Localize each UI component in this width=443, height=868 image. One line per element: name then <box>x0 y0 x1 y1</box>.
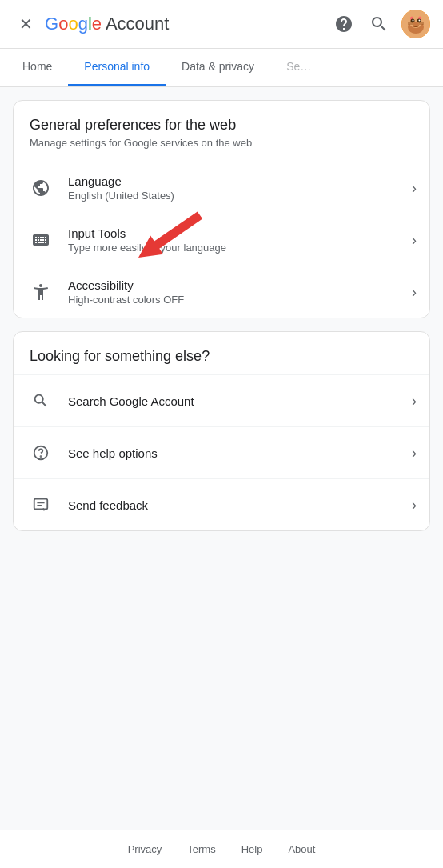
send-feedback-text: Send feedback <box>68 498 399 512</box>
language-item[interactable]: Language English (United States) › <box>14 162 429 214</box>
svg-rect-18 <box>34 499 48 510</box>
search-account-item[interactable]: Search Google Account › <box>14 374 429 426</box>
send-feedback-chevron: › <box>412 497 417 514</box>
accessibility-icon <box>26 278 55 306</box>
footer-help-link[interactable]: Help <box>241 843 263 855</box>
svg-point-17 <box>41 456 42 457</box>
search-account-text: Search Google Account <box>68 394 399 408</box>
svg-point-11 <box>413 22 419 26</box>
see-help-chevron: › <box>412 445 417 462</box>
general-preferences-title: General preferences for the web <box>14 101 429 137</box>
language-desc: English (United States) <box>68 190 399 202</box>
tab-home[interactable]: Home <box>6 49 68 86</box>
footer: Privacy Terms Help About <box>0 830 443 868</box>
looking-for-title: Looking for something else? <box>14 332 429 371</box>
header: ✕ Google Account <box>0 0 443 49</box>
feedback-list-icon <box>26 490 55 519</box>
tab-personal-info[interactable]: Personal info <box>68 49 166 86</box>
send-feedback-item[interactable]: Send feedback › <box>14 478 429 530</box>
footer-privacy-link[interactable]: Privacy <box>128 843 162 855</box>
accessibility-text: Accessibility High-contrast colors OFF <box>68 278 399 306</box>
input-tools-text: Input Tools Type more easily in your lan… <box>68 226 399 254</box>
svg-point-9 <box>413 20 414 22</box>
see-help-title: See help options <box>68 446 399 460</box>
language-chevron: › <box>412 180 417 197</box>
input-tools-desc: Type more easily in your language <box>68 242 399 254</box>
search-account-title: Search Google Account <box>68 394 399 408</box>
language-title: Language <box>68 174 399 188</box>
google-account-logo: Google Account <box>45 14 325 34</box>
search-account-chevron: › <box>412 393 417 410</box>
looking-for-card: Looking for something else? Search Googl… <box>13 331 430 531</box>
main-content: General preferences for the web Manage s… <box>0 87 443 587</box>
help-list-icon <box>26 438 55 467</box>
footer-terms-link[interactable]: Terms <box>187 843 215 855</box>
general-preferences-card: General preferences for the web Manage s… <box>13 100 430 318</box>
accessibility-chevron: › <box>412 284 417 301</box>
accessibility-title: Accessibility <box>68 278 399 292</box>
search-list-icon <box>26 386 55 415</box>
input-tools-chevron: › <box>412 232 417 249</box>
accessibility-desc: High-contrast colors OFF <box>68 294 399 306</box>
header-icons <box>331 10 430 38</box>
input-tools-title: Input Tools <box>68 226 399 240</box>
globe-icon <box>26 174 55 202</box>
user-avatar[interactable] <box>401 10 430 38</box>
tab-data-privacy[interactable]: Data & privacy <box>166 49 270 86</box>
input-tools-item[interactable]: Input Tools Type more easily in your lan… <box>14 214 429 266</box>
see-help-item[interactable]: See help options › <box>14 426 429 478</box>
send-feedback-title: Send feedback <box>68 498 399 512</box>
see-help-text: See help options <box>68 446 399 460</box>
general-preferences-subtitle: Manage settings for Google services on t… <box>14 137 429 162</box>
help-icon[interactable] <box>331 11 357 37</box>
keyboard-icon <box>26 226 55 254</box>
accessibility-item[interactable]: Accessibility High-contrast colors OFF › <box>14 266 429 318</box>
tabs-bar: Home Personal info Data & privacy Se… <box>0 49 443 87</box>
language-text: Language English (United States) <box>68 174 399 202</box>
tab-security[interactable]: Se… <box>270 49 327 86</box>
footer-about-link[interactable]: About <box>288 843 315 855</box>
close-button[interactable]: ✕ <box>13 14 38 34</box>
svg-point-10 <box>419 20 421 22</box>
search-header-icon[interactable] <box>366 11 392 37</box>
